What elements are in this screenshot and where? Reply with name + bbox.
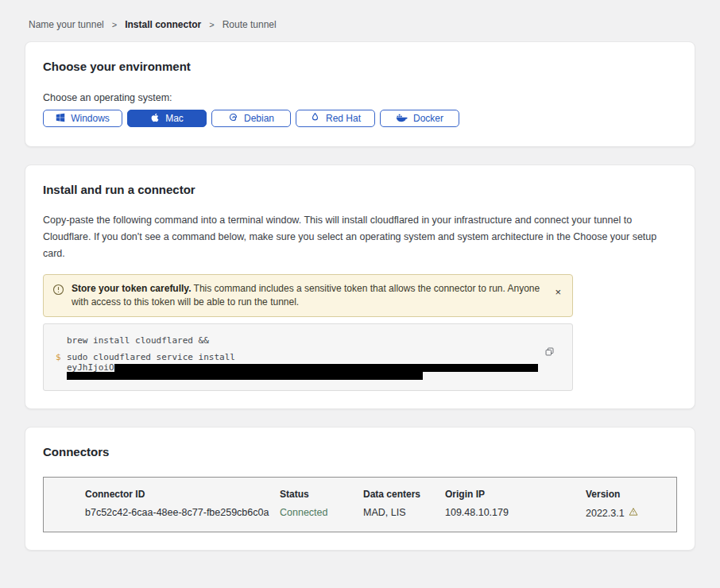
os-button-group: Windows Mac Debian Red Hat bbox=[43, 110, 677, 129]
os-select-label: Choose an operating system: bbox=[43, 92, 677, 103]
cell-version: 2022.3.1 bbox=[586, 507, 668, 519]
code-line-sudo: $ sudo cloudflared service install bbox=[44, 351, 572, 363]
cell-origin-ip: 109.48.10.179 bbox=[445, 507, 586, 519]
os-button-label: Red Hat bbox=[326, 113, 361, 124]
col-header-data-centers: Data centers bbox=[363, 489, 445, 507]
os-button-debian[interactable]: Debian bbox=[211, 110, 291, 127]
cell-data-centers: MAD, LIS bbox=[363, 507, 445, 519]
environment-card-title: Choose your environment bbox=[43, 60, 677, 73]
os-button-docker[interactable]: Docker bbox=[380, 110, 459, 127]
debian-icon bbox=[228, 112, 238, 125]
os-button-windows[interactable]: Windows bbox=[43, 110, 122, 127]
col-header-connector-id: Connector ID bbox=[85, 489, 280, 507]
breadcrumb-separator: > bbox=[209, 20, 214, 29]
os-button-label: Mac bbox=[165, 113, 184, 124]
environment-card: Choose your environment Choose an operat… bbox=[25, 41, 695, 147]
breadcrumb: Name your tunnel > Install connector > R… bbox=[25, 0, 695, 41]
token-warning-text: Store your token carefully. This command… bbox=[72, 282, 541, 309]
tunnel-setup-page: Name your tunnel > Install connector > R… bbox=[0, 0, 720, 588]
connector-card-title: Install and run a connector bbox=[43, 183, 677, 196]
install-command-code-block: brew install cloudflared && $ sudo cloud… bbox=[43, 323, 573, 391]
shell-prompt: $ bbox=[44, 351, 67, 363]
os-button-label: Debian bbox=[244, 113, 274, 124]
docker-icon bbox=[396, 113, 408, 125]
table-header-row: Connector ID Status Data centers Origin … bbox=[85, 489, 668, 507]
breadcrumb-step-install-connector[interactable]: Install connector bbox=[125, 19, 201, 30]
os-button-redhat[interactable]: Red Hat bbox=[296, 110, 375, 127]
redhat-icon bbox=[310, 112, 320, 125]
close-icon[interactable]: × bbox=[555, 287, 561, 297]
col-header-version: Version bbox=[586, 489, 668, 507]
token-redaction-bar bbox=[67, 372, 423, 380]
table-row: b7c52c42-6caa-48ee-8c77-fbe259cb6c0a Con… bbox=[85, 507, 668, 519]
connectors-card-title: Connectors bbox=[43, 445, 677, 458]
connectors-table: Connector ID Status Data centers Origin … bbox=[43, 477, 677, 532]
breadcrumb-step-name-tunnel[interactable]: Name your tunnel bbox=[29, 19, 104, 30]
breadcrumb-separator: > bbox=[112, 20, 117, 29]
connector-card: Install and run a connector Copy-paste t… bbox=[25, 164, 695, 409]
breadcrumb-step-route-tunnel[interactable]: Route tunnel bbox=[223, 19, 277, 30]
apple-icon bbox=[150, 113, 160, 125]
alert-circle-icon bbox=[52, 284, 64, 299]
warning-triangle-icon bbox=[629, 507, 638, 519]
connectors-card: Connectors Connector ID Status Data cent… bbox=[25, 427, 695, 551]
col-header-status: Status bbox=[280, 489, 363, 507]
token-redaction-bar bbox=[114, 364, 538, 372]
code-line-token: eyJhIjoiO bbox=[44, 363, 572, 372]
connector-description: Copy-paste the following command into a … bbox=[43, 212, 675, 262]
col-header-origin-ip: Origin IP bbox=[445, 489, 586, 507]
copy-icon[interactable] bbox=[544, 346, 555, 359]
code-line-token-2 bbox=[44, 372, 572, 380]
os-button-label: Windows bbox=[71, 113, 110, 124]
cell-connector-id: b7c52c42-6caa-48ee-8c77-fbe259cb6c0a bbox=[85, 507, 280, 519]
os-button-mac[interactable]: Mac bbox=[127, 110, 207, 127]
token-warning-title: Store your token carefully. bbox=[72, 283, 192, 294]
status-badge: Connected bbox=[280, 507, 363, 519]
windows-icon bbox=[56, 113, 65, 125]
token-warning-banner: Store your token carefully. This command… bbox=[43, 274, 573, 317]
token-prefix: eyJhIjoiO bbox=[67, 363, 114, 372]
code-line-brew: brew install cloudflared && bbox=[44, 335, 572, 346]
os-button-label: Docker bbox=[413, 113, 443, 124]
